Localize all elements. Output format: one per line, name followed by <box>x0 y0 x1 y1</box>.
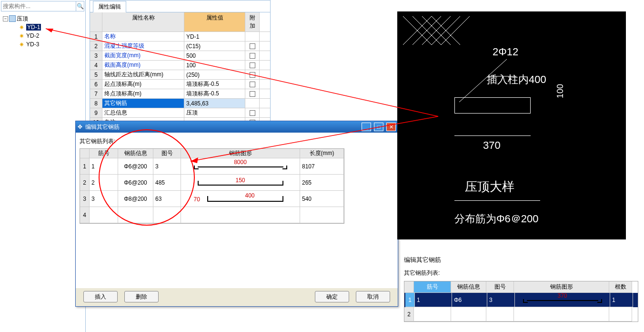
cell-info[interactable]: Φ6@200 <box>118 158 153 175</box>
row-num: 5 <box>90 70 102 79</box>
property-row[interactable]: 6起点顶标高(m)墙顶标高-0.5 <box>90 80 270 89</box>
property-row[interactable]: 3截面宽度(mm)500 <box>90 51 270 61</box>
prop-value[interactable]: 墙顶标高-0.5 <box>184 80 245 89</box>
tree-item[interactable]: ✷ YD-3 <box>3 40 82 49</box>
cell-info[interactable]: Φ6@200 <box>118 175 153 191</box>
cell-id[interactable] <box>90 207 118 223</box>
col-fig: 图号 <box>486 281 514 293</box>
property-row[interactable]: 5轴线距左边线距离(mm)(250) <box>90 70 270 80</box>
cell-len[interactable]: 8107 <box>300 158 344 175</box>
cell-shape: 370 <box>515 293 610 307</box>
rebar-row[interactable]: 4 <box>80 207 344 223</box>
bottom-row[interactable]: 2 <box>404 307 638 322</box>
cell-len[interactable] <box>300 207 344 223</box>
cell-info[interactable] <box>118 207 153 223</box>
cell-info[interactable]: Φ8@200 <box>118 191 153 207</box>
rebar-row[interactable]: 11Φ6@200380008107 <box>80 158 344 175</box>
row-num: 9 <box>90 108 102 117</box>
checkbox-icon[interactable] <box>250 62 255 68</box>
prop-value[interactable]: (C15) <box>184 42 245 51</box>
col-info: 钢筋信息 <box>118 149 153 158</box>
prop-value[interactable]: 3,485,63 <box>184 99 245 108</box>
prop-value[interactable]: 500 <box>184 51 245 60</box>
cell-fig[interactable]: 3 <box>487 293 515 307</box>
checkbox-icon[interactable] <box>250 82 255 87</box>
prop-extra[interactable] <box>245 89 260 98</box>
cell-info[interactable]: Φ6 <box>452 293 487 307</box>
prop-extra[interactable] <box>245 51 260 60</box>
maximize-button[interactable]: □ <box>374 123 383 131</box>
property-row[interactable]: 7终点顶标高(m)墙顶标高-0.5 <box>90 89 270 99</box>
prop-extra[interactable] <box>245 32 260 41</box>
list-label: 其它钢筋列表: <box>80 137 394 145</box>
delete-button[interactable]: 删除 <box>124 291 159 302</box>
cell-fig[interactable]: 63 <box>153 191 181 207</box>
prop-value[interactable]: 压顶 <box>184 108 245 117</box>
property-row[interactable]: 1名称YD-1 <box>90 32 270 42</box>
bottom-rebar-panel: 编辑其它钢筋 其它钢筋列表: 筋号 钢筋信息 图号 钢筋图形 根数 11Φ633… <box>399 253 643 324</box>
search-icon[interactable]: 🔍 <box>76 1 84 11</box>
cell-id[interactable]: 3 <box>90 191 118 207</box>
property-row[interactable]: 8其它钢筋3,485,63 <box>90 99 270 108</box>
row-num: 6 <box>90 80 102 89</box>
col-name: 属性名称 <box>102 12 184 31</box>
edit-rebar-dialog: ✥ 编辑其它钢筋 _ □ ✕ 其它钢筋列表: 筋号 钢筋信息 图号 钢筋图形 长… <box>75 121 398 307</box>
prop-value[interactable]: (250) <box>184 70 245 79</box>
property-row[interactable]: 9汇总信息压顶 <box>90 108 270 118</box>
search-input[interactable] <box>1 1 76 11</box>
cell-count[interactable]: 1 <box>610 293 633 307</box>
tree-root-label: 压顶 <box>17 15 28 23</box>
collapse-icon[interactable]: − <box>3 16 8 21</box>
row-num: 1 <box>80 158 90 175</box>
checkbox-icon[interactable] <box>250 110 255 116</box>
property-header: 属性名称 属性值 附加 <box>90 12 270 32</box>
property-tab[interactable]: 属性编辑 <box>93 1 126 12</box>
cell-fig[interactable] <box>486 307 514 322</box>
tree-root[interactable]: − 压顶 <box>3 14 82 23</box>
cancel-button[interactable]: 取消 <box>356 291 390 302</box>
prop-extra[interactable] <box>245 70 260 79</box>
gear-icon: ✷ <box>19 41 24 48</box>
checkbox-icon[interactable] <box>250 91 255 97</box>
prop-extra[interactable] <box>245 42 260 51</box>
cell-fig[interactable]: 485 <box>153 175 181 191</box>
checkbox-icon[interactable] <box>250 53 255 59</box>
cell-id[interactable] <box>414 307 451 322</box>
dialog-titlebar[interactable]: ✥ 编辑其它钢筋 _ □ ✕ <box>76 121 398 133</box>
checkbox-icon[interactable] <box>250 43 255 49</box>
cell-id[interactable]: 1 <box>415 293 452 307</box>
cell-id[interactable]: 1 <box>90 158 118 175</box>
cell-fig[interactable]: 3 <box>153 158 181 175</box>
cell-shape <box>181 207 300 223</box>
cell-len[interactable]: 540 <box>300 191 344 207</box>
rebar-row[interactable]: 22Φ6@200485150265 <box>80 175 344 191</box>
tree-item[interactable]: ✷ YD-1 <box>3 23 82 31</box>
cell-fig[interactable] <box>153 207 181 223</box>
prop-extra[interactable] <box>245 99 260 108</box>
property-row[interactable]: 2混凝土强度等级(C15) <box>90 42 270 51</box>
bottom-row[interactable]: 11Φ633701 <box>404 293 638 307</box>
cell-len[interactable]: 265 <box>300 175 344 191</box>
cell-shape: 8000 <box>181 158 300 175</box>
cell-id[interactable]: 2 <box>90 175 118 191</box>
prop-extra[interactable] <box>245 108 260 117</box>
insert-button[interactable]: 插入 <box>83 291 118 302</box>
row-num: 1 <box>405 293 415 307</box>
checkbox-icon[interactable] <box>250 72 255 78</box>
prop-value[interactable]: YD-1 <box>184 32 245 41</box>
prop-extra[interactable] <box>245 80 260 89</box>
search-row: 🔍 <box>1 1 84 11</box>
tree-item[interactable]: ✷ YD-2 <box>3 31 82 40</box>
prop-value[interactable]: 墙顶标高-0.5 <box>184 89 245 98</box>
prop-label: 截面宽度(mm) <box>102 51 184 60</box>
prop-extra[interactable] <box>245 61 260 70</box>
property-row[interactable]: 4截面高度(mm)100 <box>90 61 270 70</box>
close-button[interactable]: ✕ <box>386 123 396 131</box>
cell-shape: 70400 <box>181 191 300 207</box>
cell-info[interactable] <box>451 307 486 322</box>
minimize-button[interactable]: _ <box>362 123 371 131</box>
ok-button[interactable]: 确定 <box>315 291 349 302</box>
cell-count[interactable] <box>609 307 632 322</box>
rebar-row[interactable]: 33Φ8@2006370400540 <box>80 191 344 207</box>
prop-value[interactable]: 100 <box>184 61 245 70</box>
